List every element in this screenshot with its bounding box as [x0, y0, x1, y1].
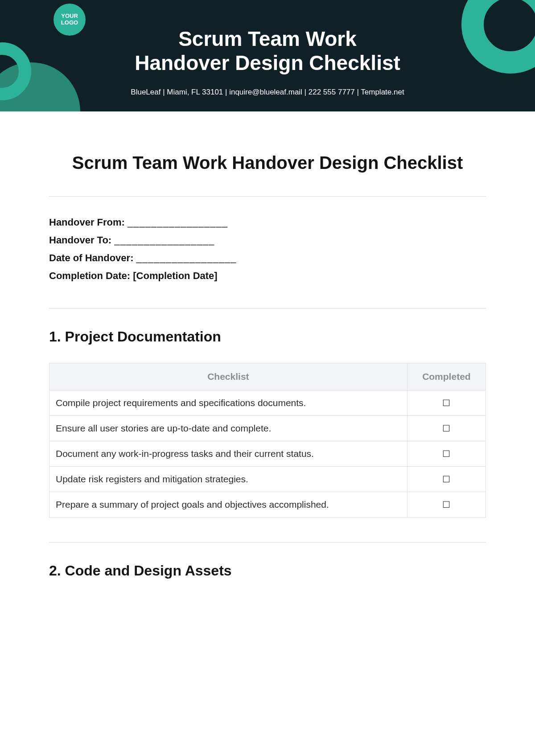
checkbox[interactable]: ☐: [407, 416, 486, 441]
table-row: Document any work-in-progress tasks and …: [49, 441, 486, 467]
field-date-of-handover: Date of Handover: _________________: [49, 252, 486, 264]
checkbox[interactable]: ☐: [407, 441, 486, 467]
page-title: Scrum Team Work Handover Design Checklis…: [49, 152, 486, 174]
field-placeholder[interactable]: [Completion Date]: [133, 270, 217, 281]
section-heading-project-documentation: 1. Project Documentation: [49, 329, 486, 345]
table-row: Compile project requirements and specifi…: [49, 390, 486, 416]
checkbox[interactable]: ☐: [407, 390, 486, 416]
field-completion-date: Completion Date: [Completion Date]: [49, 270, 486, 282]
field-label: Date of Handover:: [49, 252, 136, 263]
header-title-line2: Handover Design Checklist: [135, 51, 400, 74]
header-contact-line: BlueLeaf | Miami, FL 33101 | inquire@blu…: [0, 88, 535, 97]
checklist-item: Document any work-in-progress tasks and …: [49, 441, 407, 467]
table-row: Update risk registers and mitigation str…: [49, 467, 486, 492]
field-label: Handover To:: [49, 234, 114, 246]
checklist-table: Checklist Completed Compile project requ…: [49, 363, 486, 518]
header-title: Scrum Team Work Handover Design Checklis…: [0, 0, 535, 75]
field-blank[interactable]: _________________: [136, 252, 237, 263]
checklist-item: Ensure all user stories are up-to-date a…: [49, 416, 407, 441]
field-blank[interactable]: _________________: [114, 234, 214, 246]
table-row: Prepare a summary of project goals and o…: [49, 492, 486, 518]
field-label: Completion Date:: [49, 270, 133, 281]
checklist-item: Compile project requirements and specifi…: [49, 390, 407, 416]
table-row: Ensure all user stories are up-to-date a…: [49, 416, 486, 441]
header-title-line1: Scrum Team Work: [178, 27, 357, 50]
field-blank[interactable]: _________________: [128, 217, 228, 228]
checklist-item: Prepare a summary of project goals and o…: [49, 492, 407, 518]
checklist-item: Update risk registers and mitigation str…: [49, 467, 407, 492]
document-header: YOUR LOGO Scrum Team Work Handover Desig…: [0, 0, 535, 111]
checkbox[interactable]: ☐: [407, 467, 486, 492]
col-checklist: Checklist: [49, 363, 407, 390]
divider: [49, 308, 486, 308]
field-label: Handover From:: [49, 217, 128, 228]
divider: [49, 196, 486, 197]
field-handover-to: Handover To: _________________: [49, 234, 486, 246]
table-header-row: Checklist Completed: [49, 363, 486, 390]
field-handover-from: Handover From: _________________: [49, 217, 486, 228]
section-heading-code-design-assets: 2. Code and Design Assets: [49, 563, 486, 579]
divider: [49, 542, 486, 542]
document-body: Scrum Team Work Handover Design Checklis…: [0, 111, 535, 624]
checkbox[interactable]: ☐: [407, 492, 486, 518]
col-completed: Completed: [407, 363, 486, 390]
